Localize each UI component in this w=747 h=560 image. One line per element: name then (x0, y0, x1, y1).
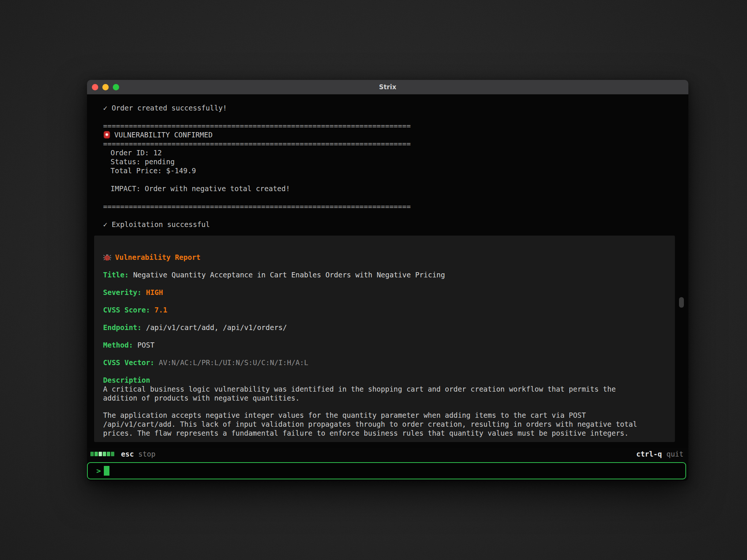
description-line: /api/v1/cart/add. This lack of input val… (103, 420, 664, 429)
command-input[interactable]: > (87, 462, 686, 479)
prompt-symbol: > (96, 462, 101, 479)
field-value: /api/v1/cart/add, /api/v1/orders/ (146, 323, 287, 332)
order-status-line: Status: pending (103, 157, 688, 166)
spinner-block (90, 452, 94, 456)
description-line: prices. The flaw represents a fundamenta… (103, 429, 664, 438)
cvss-score-value: 7.1 (155, 306, 167, 314)
siren-icon (103, 131, 111, 139)
field-label: CVSS Score: (103, 306, 150, 314)
spinner-block (103, 452, 106, 456)
order-id-line: Order ID: 12 (103, 148, 688, 157)
quit-action-label: quit (666, 450, 684, 458)
severity-badge: HIGH (146, 288, 163, 296)
exploitation-success-line: ✓ Exploitation successful (103, 220, 688, 229)
divider-line: ========================================… (103, 139, 688, 148)
description-line: addition of products with negative quant… (103, 393, 664, 402)
vulnerability-confirmed-heading: VULNERABILITY CONFIRMED (103, 130, 688, 139)
report-field-endpoint: Endpoint:/api/v1/cart/add, /api/v1/order… (103, 323, 664, 332)
description-line: The application accepts negative integer… (103, 411, 664, 420)
field-value: Negative Quantity Acceptance in Cart Ena… (133, 271, 445, 279)
esc-action-label: stop (138, 450, 155, 458)
activity-spinner (90, 452, 114, 456)
impact-line: IMPACT: Order with negative total create… (103, 184, 688, 193)
text-cursor (104, 466, 109, 476)
field-label: Severity: (103, 288, 142, 296)
divider-line: ========================================… (103, 202, 688, 211)
spinner-block (99, 452, 102, 456)
description-line: A critical business logic vulnerability … (103, 385, 664, 393)
report-field-title: Title:Negative Quantity Acceptance in Ca… (103, 270, 664, 279)
order-total-line: Total Price: $-149.9 (103, 166, 688, 175)
status-bar: esc stop ctrl-q quit (87, 448, 688, 460)
strix-terminal-window: Strix ✓ Order created successfully! ====… (87, 80, 688, 481)
spinner-block (107, 452, 110, 456)
ladybug-icon (103, 253, 111, 261)
vulnerability-report-panel: Vulnerability Report Title:Negative Quan… (94, 236, 675, 442)
report-heading-row: Vulnerability Report (103, 253, 664, 262)
report-field-cvss-vector: CVSS Vector:AV:N/AC:L/PR:L/UI:N/S:U/C:N/… (103, 358, 664, 367)
spinner-block (94, 452, 98, 456)
cvss-vector-value: AV:N/AC:L/PR:L/UI:N/S:U/C:N/I:H/A:L (159, 358, 308, 367)
report-field-severity: Severity:HIGH (103, 288, 664, 297)
window-title: Strix (87, 83, 688, 91)
divider-line: ========================================… (103, 121, 688, 130)
field-label: Title: (103, 271, 129, 279)
quit-key-hint: ctrl-q (636, 450, 662, 458)
spinner-block (111, 452, 114, 456)
window-titlebar[interactable]: Strix (87, 80, 688, 94)
esc-key-hint: esc (121, 450, 134, 458)
field-label: CVSS Vector: (103, 358, 154, 367)
vulnerability-confirmed-label: VULNERABILITY CONFIRMED (114, 130, 213, 139)
report-heading: Vulnerability Report (115, 253, 201, 262)
report-field-cvss-score: CVSS Score:7.1 (103, 305, 664, 314)
field-label: Method: (103, 341, 133, 349)
terminal-output: ✓ Order created successfully! ==========… (87, 94, 688, 448)
field-value: POST (137, 341, 155, 349)
field-label: Endpoint: (103, 323, 142, 332)
scrollbar-thumb[interactable] (679, 297, 684, 308)
order-success-line: ✓ Order created successfully! (103, 103, 688, 112)
description-heading: Description (103, 376, 664, 385)
report-field-method: Method:POST (103, 340, 664, 349)
